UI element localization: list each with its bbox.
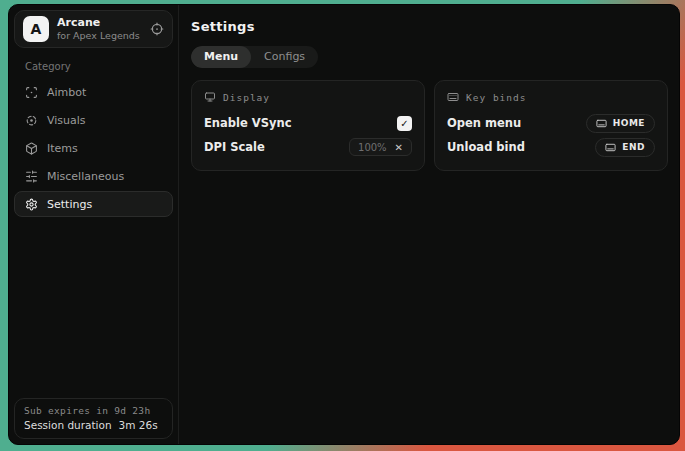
monitor-icon (204, 91, 216, 103)
eye-scan-icon (25, 114, 38, 127)
keybinds-card: Key binds Open menu HOME Unload bind (434, 80, 668, 171)
keyboard-icon (447, 91, 459, 103)
sidebar-item-settings[interactable]: Settings (14, 191, 173, 217)
sidebar-item-miscellaneous[interactable]: Miscellaneous (14, 163, 173, 189)
app-name: Arcane (57, 16, 140, 30)
keyboard-icon (605, 142, 616, 153)
session-duration-label: Session duration (24, 419, 112, 431)
sidebar-item-label: Visuals (47, 114, 86, 127)
app-logo: A (23, 16, 49, 42)
session-info-card: Sub expires in 9d 23h Session duration 3… (14, 398, 173, 439)
display-card-title: Display (223, 92, 270, 103)
open-menu-key: HOME (613, 118, 645, 128)
app-title-block: Arcane for Apex Legends (57, 16, 140, 42)
page-title: Settings (191, 19, 668, 34)
sidebar-item-aimbot[interactable]: Aimbot (14, 79, 173, 105)
category-label: Category (25, 61, 173, 72)
vsync-label: Enable VSync (204, 116, 291, 130)
app-window: A Arcane for Apex Legends Category (8, 4, 680, 445)
open-menu-row: Open menu HOME (447, 111, 655, 135)
crosshair-target-icon[interactable] (150, 22, 164, 36)
app-header-card: A Arcane for Apex Legends (14, 10, 173, 48)
vsync-checkbox[interactable]: ✓ (397, 116, 412, 131)
tab-configs[interactable]: Configs (251, 46, 318, 68)
sidebar-item-visuals[interactable]: Visuals (14, 107, 173, 133)
subscription-expiry: Sub expires in 9d 23h (24, 405, 163, 416)
sidebar-item-label: Miscellaneous (47, 170, 124, 183)
clear-icon[interactable]: ✕ (395, 142, 403, 153)
sidebar-item-label: Aimbot (47, 86, 86, 99)
unload-keybind-button[interactable]: END (595, 138, 655, 157)
display-card-header: Display (204, 91, 412, 103)
dpi-label: DPI Scale (204, 140, 265, 154)
dpi-scale-select[interactable]: 100% ✕ (349, 138, 412, 156)
open-menu-label: Open menu (447, 116, 521, 130)
main-content: Settings Menu Configs Display Enable VSy… (179, 5, 680, 444)
unload-bind-row: Unload bind END (447, 135, 655, 159)
settings-cards: Display Enable VSync ✓ DPI Scale 100% ✕ (191, 80, 668, 171)
cube-icon (25, 142, 38, 155)
keybinds-card-header: Key binds (447, 91, 655, 103)
session-duration-value: 3m 26s (119, 419, 158, 431)
open-menu-keybind-button[interactable]: HOME (586, 114, 655, 133)
sidebar-item-label: Settings (47, 198, 92, 211)
dpi-row: DPI Scale 100% ✕ (204, 135, 412, 159)
keybinds-card-title: Key binds (466, 92, 526, 103)
tab-menu[interactable]: Menu (191, 46, 251, 68)
gear-icon (25, 198, 38, 211)
dpi-scale-value: 100% (358, 142, 387, 153)
tab-bar: Menu Configs (191, 46, 318, 68)
app-subtitle: for Apex Legends (57, 30, 140, 42)
sidebar-item-items[interactable]: Items (14, 135, 173, 161)
unload-key: END (622, 142, 645, 152)
vsync-row: Enable VSync ✓ (204, 111, 412, 135)
keyboard-icon (596, 118, 607, 129)
display-card: Display Enable VSync ✓ DPI Scale 100% ✕ (191, 80, 425, 171)
sidebar-nav: Aimbot Visuals Items (14, 79, 173, 217)
unload-bind-label: Unload bind (447, 140, 525, 154)
sidebar-item-label: Items (47, 142, 78, 155)
sliders-icon (25, 170, 38, 183)
session-duration: Session duration 3m 26s (24, 419, 163, 431)
crosshair-icon (25, 86, 38, 99)
sidebar: A Arcane for Apex Legends Category (9, 5, 179, 444)
